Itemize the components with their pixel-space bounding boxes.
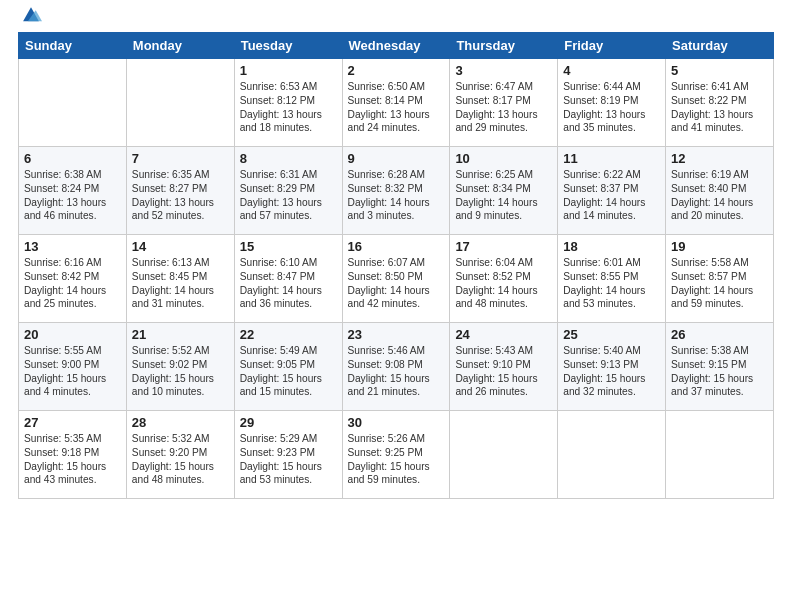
calendar: SundayMondayTuesdayWednesdayThursdayFrid… [18, 32, 774, 499]
calendar-cell: 21Sunrise: 5:52 AM Sunset: 9:02 PM Dayli… [126, 323, 234, 411]
calendar-cell: 27Sunrise: 5:35 AM Sunset: 9:18 PM Dayli… [19, 411, 127, 499]
calendar-cell: 5Sunrise: 6:41 AM Sunset: 8:22 PM Daylig… [666, 59, 774, 147]
calendar-cell: 6Sunrise: 6:38 AM Sunset: 8:24 PM Daylig… [19, 147, 127, 235]
calendar-cell [450, 411, 558, 499]
calendar-cell: 25Sunrise: 5:40 AM Sunset: 9:13 PM Dayli… [558, 323, 666, 411]
calendar-cell: 10Sunrise: 6:25 AM Sunset: 8:34 PM Dayli… [450, 147, 558, 235]
calendar-cell: 3Sunrise: 6:47 AM Sunset: 8:17 PM Daylig… [450, 59, 558, 147]
day-info: Sunrise: 6:53 AM Sunset: 8:12 PM Dayligh… [240, 80, 337, 135]
day-info: Sunrise: 6:41 AM Sunset: 8:22 PM Dayligh… [671, 80, 768, 135]
day-info: Sunrise: 6:50 AM Sunset: 8:14 PM Dayligh… [348, 80, 445, 135]
day-number: 29 [240, 415, 337, 430]
week-row-2: 6Sunrise: 6:38 AM Sunset: 8:24 PM Daylig… [19, 147, 774, 235]
day-number: 12 [671, 151, 768, 166]
day-number: 25 [563, 327, 660, 342]
day-info: Sunrise: 5:32 AM Sunset: 9:20 PM Dayligh… [132, 432, 229, 487]
day-number: 13 [24, 239, 121, 254]
calendar-cell: 29Sunrise: 5:29 AM Sunset: 9:23 PM Dayli… [234, 411, 342, 499]
day-number: 2 [348, 63, 445, 78]
weekday-header-wednesday: Wednesday [342, 33, 450, 59]
day-info: Sunrise: 5:26 AM Sunset: 9:25 PM Dayligh… [348, 432, 445, 487]
day-info: Sunrise: 5:35 AM Sunset: 9:18 PM Dayligh… [24, 432, 121, 487]
calendar-cell: 12Sunrise: 6:19 AM Sunset: 8:40 PM Dayli… [666, 147, 774, 235]
day-info: Sunrise: 5:49 AM Sunset: 9:05 PM Dayligh… [240, 344, 337, 399]
day-number: 23 [348, 327, 445, 342]
calendar-cell: 7Sunrise: 6:35 AM Sunset: 8:27 PM Daylig… [126, 147, 234, 235]
week-row-1: 1Sunrise: 6:53 AM Sunset: 8:12 PM Daylig… [19, 59, 774, 147]
day-number: 5 [671, 63, 768, 78]
day-number: 18 [563, 239, 660, 254]
day-info: Sunrise: 5:52 AM Sunset: 9:02 PM Dayligh… [132, 344, 229, 399]
day-info: Sunrise: 5:58 AM Sunset: 8:57 PM Dayligh… [671, 256, 768, 311]
day-info: Sunrise: 6:10 AM Sunset: 8:47 PM Dayligh… [240, 256, 337, 311]
day-info: Sunrise: 6:07 AM Sunset: 8:50 PM Dayligh… [348, 256, 445, 311]
day-info: Sunrise: 5:43 AM Sunset: 9:10 PM Dayligh… [455, 344, 552, 399]
day-number: 14 [132, 239, 229, 254]
day-number: 24 [455, 327, 552, 342]
day-number: 17 [455, 239, 552, 254]
weekday-header-friday: Friday [558, 33, 666, 59]
day-number: 15 [240, 239, 337, 254]
calendar-cell: 28Sunrise: 5:32 AM Sunset: 9:20 PM Dayli… [126, 411, 234, 499]
weekday-header-thursday: Thursday [450, 33, 558, 59]
day-number: 16 [348, 239, 445, 254]
day-number: 27 [24, 415, 121, 430]
calendar-cell: 23Sunrise: 5:46 AM Sunset: 9:08 PM Dayli… [342, 323, 450, 411]
weekday-header-saturday: Saturday [666, 33, 774, 59]
day-number: 6 [24, 151, 121, 166]
week-row-3: 13Sunrise: 6:16 AM Sunset: 8:42 PM Dayli… [19, 235, 774, 323]
day-info: Sunrise: 6:44 AM Sunset: 8:19 PM Dayligh… [563, 80, 660, 135]
day-info: Sunrise: 5:40 AM Sunset: 9:13 PM Dayligh… [563, 344, 660, 399]
calendar-cell: 19Sunrise: 5:58 AM Sunset: 8:57 PM Dayli… [666, 235, 774, 323]
day-info: Sunrise: 6:13 AM Sunset: 8:45 PM Dayligh… [132, 256, 229, 311]
logo [18, 14, 42, 26]
day-number: 1 [240, 63, 337, 78]
calendar-cell: 9Sunrise: 6:28 AM Sunset: 8:32 PM Daylig… [342, 147, 450, 235]
header [18, 10, 774, 26]
day-info: Sunrise: 5:46 AM Sunset: 9:08 PM Dayligh… [348, 344, 445, 399]
page: SundayMondayTuesdayWednesdayThursdayFrid… [0, 0, 792, 612]
calendar-cell: 2Sunrise: 6:50 AM Sunset: 8:14 PM Daylig… [342, 59, 450, 147]
calendar-cell [666, 411, 774, 499]
weekday-header-row: SundayMondayTuesdayWednesdayThursdayFrid… [19, 33, 774, 59]
day-number: 19 [671, 239, 768, 254]
calendar-cell: 4Sunrise: 6:44 AM Sunset: 8:19 PM Daylig… [558, 59, 666, 147]
weekday-header-sunday: Sunday [19, 33, 127, 59]
day-number: 3 [455, 63, 552, 78]
day-info: Sunrise: 6:01 AM Sunset: 8:55 PM Dayligh… [563, 256, 660, 311]
day-info: Sunrise: 5:29 AM Sunset: 9:23 PM Dayligh… [240, 432, 337, 487]
day-number: 28 [132, 415, 229, 430]
day-info: Sunrise: 5:38 AM Sunset: 9:15 PM Dayligh… [671, 344, 768, 399]
calendar-cell: 11Sunrise: 6:22 AM Sunset: 8:37 PM Dayli… [558, 147, 666, 235]
calendar-cell: 13Sunrise: 6:16 AM Sunset: 8:42 PM Dayli… [19, 235, 127, 323]
calendar-cell: 16Sunrise: 6:07 AM Sunset: 8:50 PM Dayli… [342, 235, 450, 323]
calendar-cell: 20Sunrise: 5:55 AM Sunset: 9:00 PM Dayli… [19, 323, 127, 411]
day-number: 30 [348, 415, 445, 430]
week-row-5: 27Sunrise: 5:35 AM Sunset: 9:18 PM Dayli… [19, 411, 774, 499]
calendar-cell [558, 411, 666, 499]
calendar-cell: 30Sunrise: 5:26 AM Sunset: 9:25 PM Dayli… [342, 411, 450, 499]
day-info: Sunrise: 6:19 AM Sunset: 8:40 PM Dayligh… [671, 168, 768, 223]
day-number: 22 [240, 327, 337, 342]
day-info: Sunrise: 6:28 AM Sunset: 8:32 PM Dayligh… [348, 168, 445, 223]
day-number: 26 [671, 327, 768, 342]
day-number: 9 [348, 151, 445, 166]
calendar-cell: 1Sunrise: 6:53 AM Sunset: 8:12 PM Daylig… [234, 59, 342, 147]
day-info: Sunrise: 6:25 AM Sunset: 8:34 PM Dayligh… [455, 168, 552, 223]
day-info: Sunrise: 6:22 AM Sunset: 8:37 PM Dayligh… [563, 168, 660, 223]
calendar-cell: 26Sunrise: 5:38 AM Sunset: 9:15 PM Dayli… [666, 323, 774, 411]
calendar-cell: 18Sunrise: 6:01 AM Sunset: 8:55 PM Dayli… [558, 235, 666, 323]
calendar-cell: 15Sunrise: 6:10 AM Sunset: 8:47 PM Dayli… [234, 235, 342, 323]
calendar-cell: 17Sunrise: 6:04 AM Sunset: 8:52 PM Dayli… [450, 235, 558, 323]
day-info: Sunrise: 6:47 AM Sunset: 8:17 PM Dayligh… [455, 80, 552, 135]
day-number: 7 [132, 151, 229, 166]
logo-icon [20, 4, 42, 26]
day-number: 8 [240, 151, 337, 166]
day-info: Sunrise: 6:16 AM Sunset: 8:42 PM Dayligh… [24, 256, 121, 311]
calendar-cell [126, 59, 234, 147]
calendar-cell: 22Sunrise: 5:49 AM Sunset: 9:05 PM Dayli… [234, 323, 342, 411]
day-info: Sunrise: 5:55 AM Sunset: 9:00 PM Dayligh… [24, 344, 121, 399]
day-number: 21 [132, 327, 229, 342]
day-number: 20 [24, 327, 121, 342]
weekday-header-tuesday: Tuesday [234, 33, 342, 59]
